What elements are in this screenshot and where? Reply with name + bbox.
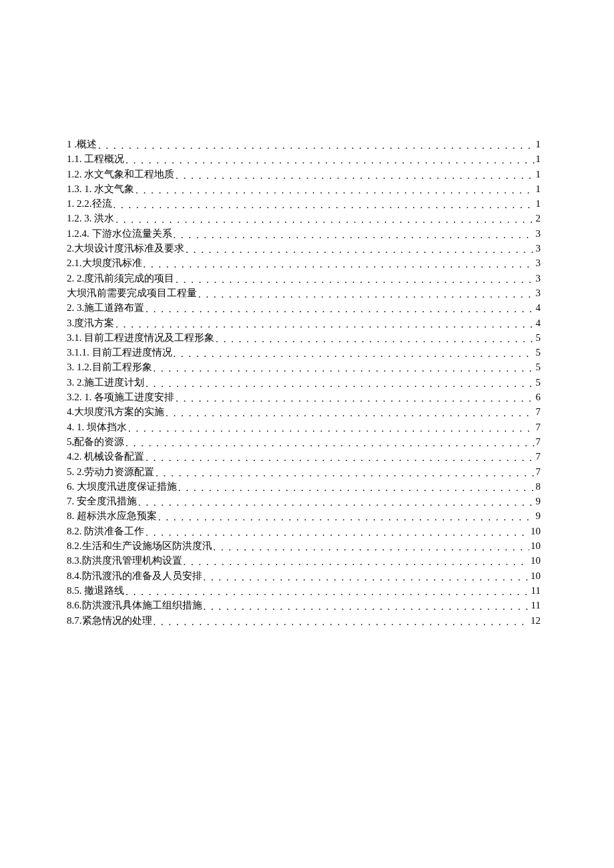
toc-entry-page: 5 xyxy=(536,375,541,390)
toc-entry: 8.7.紧急情况的处理 12 xyxy=(67,613,541,628)
toc-leader-dots xyxy=(186,242,534,258)
toc-entry: 3.1. 目前工程进度情况及工程形象 5 xyxy=(67,330,541,345)
toc-entry-label: 1.3. 1. 水文气象 xyxy=(67,181,134,197)
toc-entry: 8.3.防洪度汛管理机构设置 10 xyxy=(67,553,541,568)
toc-entry-label: 8.3.防洪度汛管理机构设置 xyxy=(67,553,182,568)
toc-entry-label: 1 .概述 xyxy=(67,137,97,152)
toc-entry-page: 4 xyxy=(536,300,541,316)
toc-entry-label: 3.1. 目前工程进度情况及工程形象 xyxy=(67,330,214,346)
toc-entry: 8.2. 防洪准备工作 10 xyxy=(67,524,541,538)
toc-entry-label: 3.度汛方案 xyxy=(67,316,114,331)
toc-leader-dots xyxy=(204,570,530,585)
toc-entry-page: 3 xyxy=(536,256,541,271)
toc-entry-label: 6. 大坝度汛进度保证措施 xyxy=(67,479,177,494)
toc-entry-label: 7. 安全度汛措施 xyxy=(67,494,137,509)
toc-entry: 大坝汛前需要完成项目工程量3 xyxy=(67,286,541,300)
toc-leader-dots xyxy=(145,450,534,466)
toc-entry-page: 1 xyxy=(536,137,541,152)
toc-entry-page: 3 xyxy=(536,286,541,301)
toc-leader-dots xyxy=(115,317,534,332)
toc-entry: 1. 2.2.径流 1 xyxy=(67,196,541,211)
toc-entry: 5. 2.劳动力资源配置7 xyxy=(67,464,541,479)
toc-entry-page: 11 xyxy=(531,598,541,613)
toc-entry-page: 9 xyxy=(536,494,541,509)
toc-entry: 2.1.大坝度汛标准 3 xyxy=(67,256,541,270)
toc-entry: 2.大坝设计度汛标准及要求 3 xyxy=(67,241,541,256)
toc-entry-page: 2 xyxy=(536,211,541,226)
table-of-contents: 1 .概述11.1. 工程概况 11.2. 水文气象和工程地质 11.3. 1.… xyxy=(67,137,541,628)
toc-entry-label: 1.2. 水文气象和工程地质 xyxy=(67,167,174,182)
toc-entry-page: 1 xyxy=(536,181,541,197)
toc-entry: 1.1. 工程概况 1 xyxy=(67,151,541,166)
toc-entry-page: 1 xyxy=(536,196,541,211)
toc-entry-page: 4 xyxy=(536,316,541,331)
toc-leader-dots xyxy=(158,510,535,525)
toc-entry-label: 3.1.1. 目前工程进度情况 xyxy=(67,345,172,360)
toc-entry: 3. 2.施工进度计划5 xyxy=(67,375,541,390)
toc-leader-dots xyxy=(125,436,534,451)
toc-entry-page: 12 xyxy=(531,613,541,628)
toc-leader-dots xyxy=(176,391,534,406)
toc-entry-page: 10 xyxy=(531,524,541,539)
toc-entry: 1.2. 水文气象和工程地质 1 xyxy=(67,167,541,181)
toc-entry-label: 1. 2.2.径流 xyxy=(67,196,112,211)
toc-entry: 4.2. 机械设备配置 7 xyxy=(67,449,541,464)
toc-leader-dots xyxy=(176,168,534,183)
toc-entry-label: 1.1. 工程概况 xyxy=(67,151,124,167)
toc-entry: 5,配备的资源 7 xyxy=(67,434,541,449)
toc-entry: 8. 超标洪水应急预案 9 xyxy=(67,508,541,523)
toc-entry: 8.2.生活和生产设施场区防洪度汛 10 xyxy=(67,538,541,553)
toc-entry-label: 2. 2.度汛前须完成的项目 xyxy=(67,271,174,286)
toc-entry: 3.度汛方案 4 xyxy=(67,316,541,330)
toc-entry-page: 5 xyxy=(536,345,541,360)
toc-entry-label: 8.2.生活和生产设施场区防洪度汛 xyxy=(67,538,212,554)
toc-entry: 3. 1.2.目前工程形象 5 xyxy=(67,360,541,374)
toc-entry: 2. 3.施工道路布置4 xyxy=(67,300,541,315)
toc-leader-dots xyxy=(216,332,534,347)
toc-entry-label: 1.2. 3. 洪水 xyxy=(67,211,114,226)
toc-entry-label: 4.2. 机械设备配置 xyxy=(67,449,144,464)
toc-entry: 2. 2.度汛前须完成的项目3 xyxy=(67,271,541,286)
toc-entry-label: 4.大坝度汛方案的实施 xyxy=(67,404,164,420)
toc-leader-dots xyxy=(113,197,535,213)
toc-leader-dots xyxy=(98,138,535,153)
toc-entry-label: 1.2.4. 下游水位流量关系 xyxy=(67,226,172,242)
toc-leader-dots xyxy=(145,376,534,392)
toc-entry-label: 3.2. 1. 各项施工进度安排 xyxy=(67,390,174,405)
toc-entry-page: 1 xyxy=(536,167,541,182)
toc-entry-page: 9 xyxy=(536,508,541,524)
toc-entry-page: 7 xyxy=(536,449,541,464)
toc-entry: 1.2. 3. 洪水 2 xyxy=(67,211,541,226)
toc-entry-page: 10 xyxy=(531,568,541,584)
toc-entry-label: 8.6.防洪渡汛具体施工组织措施 xyxy=(67,598,202,613)
toc-entry-label: 8.7.紧急情况的处理 xyxy=(67,613,152,628)
toc-entry-label: 2. 3.施工道路布置 xyxy=(67,300,144,316)
toc-entry-page: 7 xyxy=(536,420,541,435)
toc-leader-dots xyxy=(125,153,534,168)
toc-entry-page: 7 xyxy=(536,434,541,450)
toc-entry-page: 3 xyxy=(536,226,541,242)
toc-entry-page: 5 xyxy=(536,360,541,375)
toc-leader-dots xyxy=(204,599,530,614)
toc-entry-page: 3 xyxy=(536,241,541,256)
toc-leader-dots xyxy=(176,272,534,288)
toc-entry-label: 2.1.大坝度汛标准 xyxy=(67,256,142,271)
toc-entry: 1.3. 1. 水文气象 1 xyxy=(67,181,541,196)
toc-entry-page: 10 xyxy=(531,538,541,554)
toc-leader-dots xyxy=(145,302,534,317)
toc-leader-dots xyxy=(174,346,535,362)
toc-entry-page: 5 xyxy=(536,330,541,346)
toc-entry: 4. 1. 坝体挡水 7 xyxy=(67,420,541,434)
toc-leader-dots xyxy=(115,212,534,228)
toc-entry-page: 10 xyxy=(531,553,541,568)
toc-entry: 8.5. 撤退路线11 xyxy=(67,583,541,598)
toc-leader-dots xyxy=(156,466,534,481)
toc-entry: 7. 安全度汛措施 9 xyxy=(67,494,541,508)
toc-leader-dots xyxy=(143,257,535,272)
toc-leader-dots xyxy=(198,287,535,302)
toc-leader-dots xyxy=(184,554,530,570)
toc-entry-label: 8. 超标洪水应急预案 xyxy=(67,508,157,524)
toc-entry-page: 6 xyxy=(536,390,541,405)
toc-entry-label: 4. 1. 坝体挡水 xyxy=(67,420,127,435)
toc-entry: 8.4.防汛渡汛的准备及人员安排 10 xyxy=(67,568,541,583)
